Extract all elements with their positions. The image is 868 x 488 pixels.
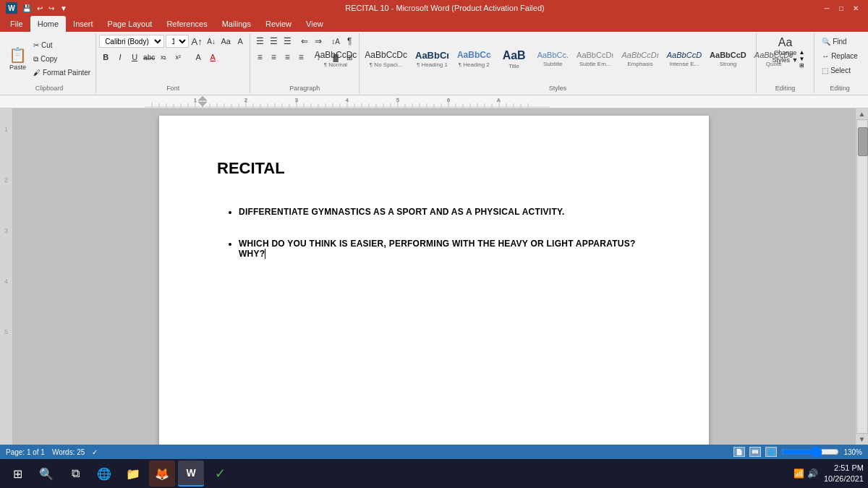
- word-app-icon: W: [6, 2, 17, 14]
- tab-view[interactable]: View: [299, 16, 331, 32]
- font-color-btn[interactable]: A: [206, 51, 219, 64]
- tab-review[interactable]: Review: [258, 16, 299, 32]
- style-emphasis[interactable]: AaBbCcDı Emphasis: [618, 39, 662, 80]
- clear-format-btn[interactable]: A: [234, 35, 247, 48]
- style-title[interactable]: AaB Title: [495, 39, 533, 80]
- superscript-button[interactable]: x²: [171, 51, 184, 64]
- paste-button[interactable]: 📋 Paste: [6, 39, 30, 80]
- align-left-btn[interactable]: ≡: [253, 51, 266, 64]
- spell-check-icon[interactable]: ✓: [92, 448, 98, 456]
- save-quick-btn[interactable]: 💾: [20, 4, 33, 13]
- tab-insert[interactable]: Insert: [66, 16, 101, 32]
- replace-button[interactable]: ↔Replace: [820, 49, 860, 62]
- font-shrink-btn[interactable]: A↓: [205, 35, 218, 48]
- style-no-spacing[interactable]: AaBbCcDc ¶ No Spaci...: [361, 39, 411, 80]
- ribbon-tabs: File Home Insert Page Layout References …: [0, 16, 868, 32]
- close-button[interactable]: ✕: [849, 2, 862, 14]
- search-button[interactable]: 🔍: [33, 461, 59, 487]
- reading-view-btn[interactable]: 📖: [749, 447, 761, 457]
- style-subtitle-preview: AaBbCc.: [537, 51, 569, 60]
- ruler: 1 2 3 4 5 6 A: [0, 95, 868, 108]
- text-cursor: [265, 249, 265, 259]
- style-heading2-preview: AaBbCc: [457, 50, 491, 60]
- style-heading1[interactable]: AaBbCı ¶ Heading 1: [412, 39, 453, 80]
- subscript-button[interactable]: x₂: [157, 51, 170, 64]
- bullets-btn[interactable]: ☰: [253, 35, 266, 48]
- scroll-down-btn[interactable]: ▼: [857, 434, 867, 445]
- select-button[interactable]: ⬚Select: [820, 64, 853, 77]
- redo-quick-btn[interactable]: ↪: [46, 4, 56, 13]
- editing-label: Editing: [757, 85, 814, 92]
- quick-access-menu-btn[interactable]: ▼: [58, 4, 69, 13]
- cut-icon: ✂: [33, 41, 39, 49]
- zoom-slider[interactable]: [781, 446, 839, 458]
- web-view-btn[interactable]: 🌐: [765, 447, 777, 457]
- editing-group-label: Editing: [814, 85, 865, 92]
- style-intense-em[interactable]: AaBbCcD Intense E...: [663, 39, 705, 80]
- minimize-button[interactable]: ─: [820, 2, 833, 14]
- svg-text:6: 6: [447, 98, 450, 103]
- tab-mailings[interactable]: Mailings: [215, 16, 258, 32]
- clipboard-group: 📋 Paste ✂Cut ⧉Copy 🖌Format Painter Clipb…: [3, 33, 96, 93]
- font-name-select[interactable]: Calibri (Body): [99, 35, 164, 48]
- style-heading2[interactable]: AaBbCc ¶ Heading 2: [454, 39, 495, 80]
- time-display: 2:51 PM: [824, 463, 864, 474]
- task-view-button[interactable]: ⧉: [62, 461, 88, 487]
- font-grow-btn[interactable]: A↑: [190, 35, 203, 48]
- start-button[interactable]: ⊞: [4, 461, 30, 487]
- page-area[interactable]: RECITAL DIFFERENTIATE GYMNASTICS AS A SP…: [13, 108, 855, 445]
- tab-home[interactable]: Home: [30, 16, 66, 32]
- style-normal[interactable]: AaBbCcDc ¶ Normal: [311, 39, 361, 80]
- change-case-btn[interactable]: Aa: [219, 35, 232, 48]
- zoom-level: 130%: [843, 448, 862, 456]
- document-page[interactable]: RECITAL DIFFERENTIATE GYMNASTICS AS A SP…: [159, 116, 709, 445]
- copy-button[interactable]: ⧉Copy: [31, 53, 93, 66]
- align-center-btn[interactable]: ≡: [267, 51, 280, 64]
- date-display: 10/26/2021: [824, 474, 864, 484]
- justify-btn[interactable]: ≡: [294, 51, 307, 64]
- print-view-btn[interactable]: 📄: [733, 447, 745, 457]
- bullet-item-2-line1: WHICH DO YOU THINK IS EASIER, PERFORMING…: [239, 239, 635, 249]
- system-tray: 📶 🔊: [793, 468, 818, 479]
- check-button[interactable]: ✓: [207, 461, 233, 487]
- change-styles-button[interactable]: Aa ChangeStyles ▼: [764, 35, 807, 65]
- style-strong[interactable]: AaBbCcD Strong: [706, 39, 750, 80]
- volume-icon: 🔊: [807, 468, 818, 479]
- align-right-btn[interactable]: ≡: [281, 51, 294, 64]
- underline-button[interactable]: U: [128, 51, 141, 64]
- window-controls: ─ □ ✕: [820, 2, 862, 14]
- font-size-select[interactable]: 11: [166, 35, 189, 48]
- maximize-button[interactable]: □: [835, 2, 848, 14]
- tab-references[interactable]: References: [159, 16, 214, 32]
- cut-button[interactable]: ✂Cut: [31, 39, 93, 52]
- main-area: 1 2 3 4 5 RECITAL DIFFERENTIATE GYMNASTI…: [0, 108, 868, 445]
- bold-button[interactable]: B: [99, 51, 112, 64]
- scroll-up-btn[interactable]: ▲: [857, 108, 867, 119]
- edge-button[interactable]: 🌐: [91, 461, 117, 487]
- style-subtitle[interactable]: AaBbCc. Subtitle: [534, 39, 572, 80]
- style-subtle-em[interactable]: AaBbCcDı Subtle Em...: [573, 39, 617, 80]
- text-highlight-btn[interactable]: A: [192, 51, 205, 64]
- decrease-indent-btn[interactable]: ⇐: [298, 35, 311, 48]
- style-heading1-label: ¶ Heading 1: [417, 61, 448, 68]
- select-icon: ⬚: [822, 67, 828, 74]
- bullet-item-2[interactable]: WHICH DO YOU THINK IS EASIER, PERFORMING…: [239, 239, 651, 259]
- explorer-button[interactable]: 📁: [120, 461, 146, 487]
- title-bar-left: W 💾 ↩ ↪ ▼: [6, 2, 69, 14]
- multilevel-btn[interactable]: ☰: [281, 35, 294, 48]
- strikethrough-button[interactable]: abc: [142, 51, 156, 64]
- clock[interactable]: 2:51 PM 10/26/2021: [824, 463, 864, 485]
- tab-page-layout[interactable]: Page Layout: [101, 16, 160, 32]
- format-painter-button[interactable]: 🖌Format Painter: [31, 67, 93, 80]
- scrollbar-thumb[interactable]: [858, 127, 868, 156]
- find-button[interactable]: 🔍Find: [820, 35, 848, 48]
- ruler-svg: 1 2 3 4 5 6 A: [145, 96, 550, 108]
- bullet-item-1-text: DIFFERENTIATE GYMNASTICS AS A SPORT AND …: [239, 207, 564, 217]
- undo-quick-btn[interactable]: ↩: [35, 4, 45, 13]
- tab-file[interactable]: File: [3, 16, 30, 32]
- firefox-button[interactable]: 🦊: [149, 461, 175, 487]
- vertical-scrollbar[interactable]: [856, 119, 868, 434]
- numbering-btn[interactable]: ☰: [267, 35, 280, 48]
- italic-button[interactable]: I: [114, 51, 127, 64]
- word-taskbar-button[interactable]: W: [178, 461, 204, 487]
